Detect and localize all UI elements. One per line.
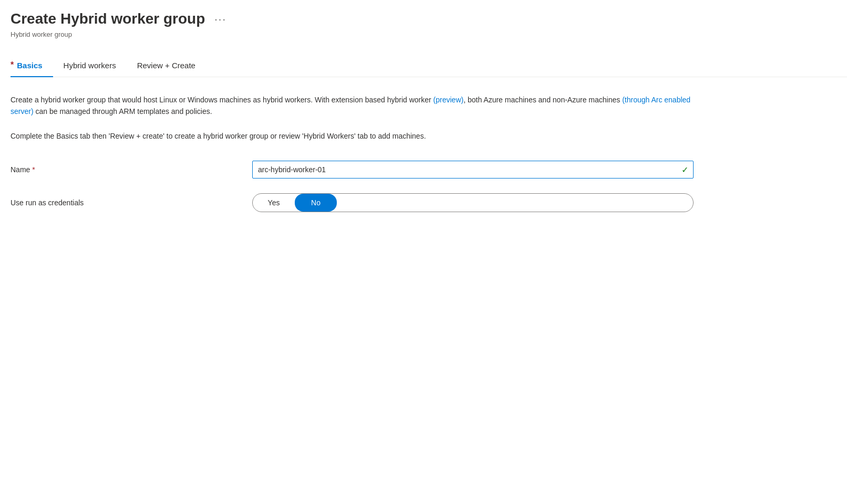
tab-hybrid-workers[interactable]: Hybrid workers (53, 55, 127, 77)
name-input-wrapper: ✓ (252, 161, 694, 179)
description-section: Create a hybrid worker group that would … (11, 94, 694, 142)
name-label-text: Name (11, 165, 30, 174)
name-input[interactable] (252, 161, 694, 179)
desc-p1-middle: , both Azure machines and non-Azure mach… (463, 96, 622, 104)
tab-review-create-label: Review + Create (137, 61, 195, 70)
credentials-label-text: Use run as credentials (11, 198, 84, 207)
tab-basics-label: Basics (17, 61, 42, 70)
desc-p1-suffix: can be managed through ARM templates and… (34, 107, 212, 116)
credentials-toggle-group: Yes No (252, 193, 694, 212)
name-field-row: Name * ✓ (11, 161, 694, 179)
page-subtitle: Hybrid worker group (11, 30, 847, 38)
credentials-label: Use run as credentials (11, 198, 242, 207)
credentials-field-row: Use run as credentials Yes No (11, 193, 694, 212)
desc-p1-prefix: Create a hybrid worker group that would … (11, 96, 433, 104)
credentials-no-option[interactable]: No (295, 194, 337, 212)
more-options-button[interactable]: ··· (211, 12, 230, 26)
page-header: Create Hybrid worker group ··· Hybrid wo… (11, 11, 847, 38)
credentials-yes-option[interactable]: Yes (253, 194, 295, 212)
page-title: Create Hybrid worker group (11, 11, 205, 27)
description-paragraph-2: Complete the Basics tab then 'Review + c… (11, 130, 694, 142)
name-required-star: * (32, 165, 35, 174)
tab-review-create[interactable]: Review + Create (127, 55, 206, 77)
description-paragraph-1: Create a hybrid worker group that would … (11, 94, 694, 118)
credentials-yes-label: Yes (268, 198, 280, 207)
tabs-nav: * Basics Hybrid workers Review + Create (11, 54, 847, 77)
tab-basics[interactable]: * Basics (11, 54, 53, 77)
basics-required-star: * (11, 60, 14, 70)
name-input-container: ✓ (252, 161, 694, 179)
credentials-no-label: No (311, 198, 321, 207)
preview-link[interactable]: (preview) (433, 96, 464, 104)
name-label: Name * (11, 165, 242, 174)
form-section: Name * ✓ Use run as credentials Yes No (11, 161, 694, 212)
tab-hybrid-workers-label: Hybrid workers (64, 61, 116, 70)
credentials-toggle-container: Yes No (252, 193, 694, 212)
